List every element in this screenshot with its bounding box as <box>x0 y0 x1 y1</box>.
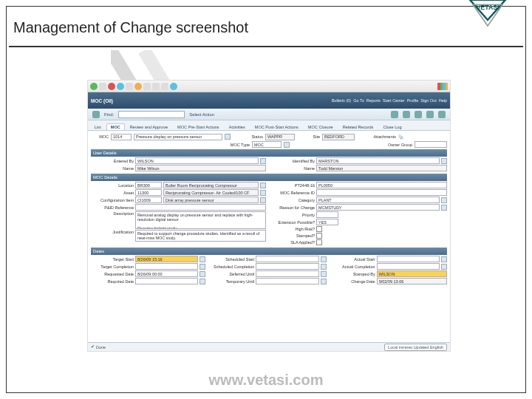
entered-by-value[interactable]: WILSON <box>135 157 259 164</box>
required-cal-icon[interactable] <box>200 279 205 284</box>
actual-start-value[interactable] <box>377 256 440 262</box>
description-textarea[interactable]: Removal analog display on pressure senso… <box>135 211 266 229</box>
title-underline <box>9 46 523 47</box>
moc-type-lookup-icon[interactable] <box>284 142 290 148</box>
entered-by-lookup-icon[interactable] <box>260 158 266 164</box>
sched-comp-value[interactable] <box>256 263 318 270</box>
hdr-bulletin[interactable]: Bulletin (0) <box>332 98 351 103</box>
category-lookup-icon[interactable] <box>441 197 447 203</box>
back-icon[interactable] <box>90 83 98 90</box>
hdr-goto[interactable]: Go To <box>353 98 364 103</box>
category-value[interactable]: PLANT <box>316 197 440 203</box>
status-right-button[interactable]: Local intranet Updated English <box>384 344 447 351</box>
deferred-cal-icon[interactable] <box>321 271 327 277</box>
temporary-label: Temporary Until <box>211 279 254 284</box>
hdr-reports[interactable]: Reports <box>366 98 381 103</box>
description-label: Description <box>91 211 134 216</box>
tab-moc[interactable]: MOC <box>106 123 125 130</box>
toolbar-icon-2[interactable] <box>403 111 410 118</box>
hdr-help[interactable]: Help <box>439 98 447 103</box>
actual-comp-value[interactable] <box>377 263 440 270</box>
history-icon[interactable] <box>143 83 151 90</box>
asset-lookup-icon[interactable] <box>260 190 266 196</box>
moc-ref-value[interactable] <box>316 189 447 196</box>
deferred-value[interactable] <box>256 270 318 277</box>
temporary-value[interactable] <box>256 278 318 284</box>
tab-review[interactable]: Review and Approve <box>126 123 172 130</box>
ext-value[interactable]: YES <box>316 219 338 225</box>
moc-type-label: MOC Type <box>223 143 250 147</box>
toolbar-icon-3[interactable] <box>415 111 422 118</box>
target-comp-value[interactable] <box>135 263 198 270</box>
ci-desc: Disk array pressure sensor <box>163 197 259 203</box>
forward-icon[interactable] <box>99 83 106 90</box>
required-value[interactable] <box>135 278 198 284</box>
record-icon[interactable] <box>92 111 100 118</box>
priority-value[interactable] <box>316 211 338 218</box>
tab-activities[interactable]: Activities <box>225 123 250 130</box>
stop-icon[interactable] <box>108 83 115 90</box>
hdr-startcenter[interactable]: Start Center <box>383 98 405 103</box>
print-icon[interactable] <box>161 83 168 90</box>
moc-value[interactable]: 1014 <box>111 134 132 140</box>
location-value[interactable]: BR300 <box>135 182 162 188</box>
attachments-icon[interactable]: 📎 <box>398 134 403 140</box>
favorites-icon[interactable] <box>134 83 142 90</box>
requested-cal-icon[interactable] <box>200 271 205 277</box>
pid-value[interactable] <box>135 204 266 211</box>
moc-lookup-icon[interactable] <box>225 134 231 140</box>
target-start-cal-icon[interactable] <box>200 256 205 262</box>
toolbar-icon-5[interactable] <box>438 111 446 118</box>
moc-desc[interactable]: Pressure display on pressure sensor <box>134 134 222 140</box>
actual-comp-cal-icon[interactable] <box>441 264 447 270</box>
requested-value[interactable]: 8/26/09 00:00 <box>135 270 198 277</box>
target-value[interactable]: PL0050 <box>316 182 447 188</box>
justification-textarea[interactable]: Required to support change procedure stu… <box>135 230 266 242</box>
tab-related[interactable]: Related Records <box>338 123 378 130</box>
identified-by-lookup-icon[interactable] <box>441 158 447 164</box>
section-moc-details: MOC Details <box>91 174 447 181</box>
sched-start-value[interactable] <box>256 256 318 262</box>
ci-lookup-icon[interactable] <box>260 197 266 203</box>
ci-label: Configuration Item <box>91 198 134 202</box>
help-icon[interactable] <box>170 83 177 90</box>
refresh-icon[interactable] <box>117 83 124 90</box>
reason-lookup-icon[interactable] <box>441 205 447 211</box>
ext-label: Extension Possible? <box>272 220 315 225</box>
name2-label: Name <box>272 166 315 171</box>
tab-poststart[interactable]: MOC Post-Start Actions <box>250 123 303 130</box>
target-comp-cal-icon[interactable] <box>200 264 205 270</box>
tab-prestart[interactable]: MOC Pre-Start Actions <box>173 123 224 130</box>
tab-closelog[interactable]: Close Log <box>378 123 406 130</box>
find-input[interactable] <box>118 111 185 118</box>
actual-start-cal-icon[interactable] <box>441 256 447 262</box>
ci-value[interactable]: CI1009 <box>135 197 162 203</box>
moc-type-value[interactable]: MOC <box>252 141 282 148</box>
temporary-cal-icon[interactable] <box>321 279 327 284</box>
asset-value[interactable]: 11300 <box>135 189 162 196</box>
mail-icon[interactable] <box>152 83 160 90</box>
hdr-signout[interactable]: Sign Out <box>420 98 436 103</box>
sla-checkbox[interactable] <box>316 239 322 245</box>
status-value: WAPPR <box>265 134 295 140</box>
sched-comp-cal-icon[interactable] <box>321 264 327 270</box>
highrisk-checkbox[interactable] <box>316 226 322 232</box>
location-lookup-icon[interactable] <box>260 183 266 188</box>
reason-value[interactable]: MCMSTUDY <box>316 204 440 211</box>
identified-by-value[interactable]: MARSTON <box>316 157 440 164</box>
hdr-profile[interactable]: Profile <box>407 98 419 103</box>
content-area: MOC 1014 Pressure display on pressure se… <box>88 131 450 287</box>
target-start-value[interactable]: 8/26/09 15:16 <box>135 256 198 262</box>
tab-list[interactable]: List <box>90 123 106 130</box>
select-action-link[interactable]: Select Action <box>189 112 214 117</box>
owner-group-value[interactable] <box>415 141 447 148</box>
reason-label: Reason for Change <box>272 205 315 210</box>
stamped-by-value[interactable]: WILSON <box>377 270 447 277</box>
tab-closure[interactable]: MOC Closure <box>304 123 338 130</box>
home-icon[interactable] <box>126 83 133 90</box>
status-label: Status <box>242 134 263 139</box>
toolbar-icon-1[interactable] <box>391 111 398 118</box>
toolbar-icon-4[interactable] <box>426 111 434 118</box>
sched-start-cal-icon[interactable] <box>321 256 327 262</box>
stamped-checkbox[interactable] <box>316 233 322 239</box>
